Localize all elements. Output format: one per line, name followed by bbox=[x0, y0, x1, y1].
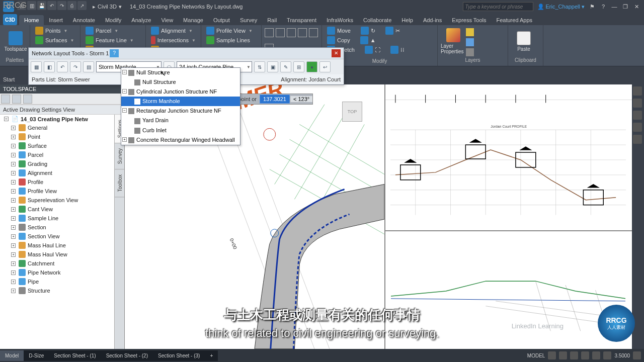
status-grid-icon[interactable] bbox=[548, 351, 556, 359]
tree-alignment[interactable]: +Alignment bbox=[0, 168, 124, 177]
nlt-surface-icon[interactable]: ◧ bbox=[44, 61, 55, 72]
float-help-icon[interactable]: ? bbox=[110, 49, 119, 57]
qat-open-icon[interactable]: ▥ bbox=[27, 1, 36, 10]
help-icon[interactable]: ? bbox=[600, 3, 607, 10]
status-anno-scale[interactable]: 3.5000 bbox=[614, 353, 630, 358]
cmd-rotate[interactable]: ↻ bbox=[359, 26, 377, 35]
tab-express[interactable]: Express Tools bbox=[447, 15, 491, 25]
tab-survey[interactable]: Survey bbox=[235, 15, 262, 25]
float-close-icon[interactable]: ✕ bbox=[332, 49, 341, 57]
toolspace-button[interactable]: Toolspace bbox=[3, 26, 28, 56]
cmd-surfaces[interactable]: Surfaces▼ bbox=[33, 36, 77, 45]
cmd-copy[interactable]: Copy bbox=[325, 36, 352, 45]
paste-button[interactable]: Paste bbox=[511, 26, 536, 56]
prompt-distance-value[interactable]: 137.3021 bbox=[260, 95, 290, 104]
cmd-feature-line[interactable]: Feature Line▼ bbox=[84, 36, 142, 45]
nlt-return-icon[interactable]: ↩ bbox=[319, 61, 331, 72]
tree-structure[interactable]: +Structure bbox=[0, 286, 124, 295]
tab-transparent[interactable]: Transparent bbox=[282, 15, 321, 25]
status-gear-icon[interactable] bbox=[633, 351, 641, 359]
tree-catchment[interactable]: +Catchment bbox=[0, 259, 124, 268]
navbar-icon-2[interactable] bbox=[633, 99, 642, 108]
nlt-partslist-icon[interactable]: ▤ bbox=[83, 61, 94, 72]
tree-superelev[interactable]: +Superelevation View bbox=[0, 196, 124, 205]
qat-share-icon[interactable]: ↗ bbox=[77, 1, 87, 10]
status-ortho-icon[interactable] bbox=[570, 351, 578, 359]
nlt-undo-icon[interactable]: ↶ bbox=[57, 61, 68, 72]
tree-root[interactable]: −📄 14_03 Creating Pipe Netw bbox=[0, 115, 124, 123]
tree-mass-haul-view[interactable]: +Mass Haul View bbox=[0, 250, 124, 259]
ts-btn2-icon[interactable] bbox=[12, 95, 21, 104]
tree-section[interactable]: +Section bbox=[0, 223, 124, 232]
tree-surface[interactable]: +Surface bbox=[0, 141, 124, 150]
layer-on-icon[interactable] bbox=[466, 28, 474, 36]
qat-print-icon[interactable]: ⎙ bbox=[67, 1, 76, 10]
draw-circle-icon[interactable] bbox=[287, 28, 296, 37]
cloud-icon[interactable]: ⚑ bbox=[589, 3, 596, 10]
tab-output[interactable]: Output bbox=[208, 15, 235, 25]
tab-modify[interactable]: Modify bbox=[100, 15, 126, 25]
close-icon[interactable]: ✕ bbox=[633, 3, 640, 10]
status-osnap-icon[interactable] bbox=[592, 351, 600, 359]
nlt-draw-mode-icon[interactable]: ⇅ bbox=[254, 61, 265, 72]
layout-add-icon[interactable]: + bbox=[205, 350, 218, 361]
qat-undo-icon[interactable]: ↶ bbox=[47, 1, 56, 10]
status-lwt-icon[interactable] bbox=[603, 351, 611, 359]
user-account[interactable]: 👤 Eric_Chappell ▾ bbox=[537, 4, 585, 10]
cmd-array[interactable]: ⁞⁞ bbox=[388, 45, 407, 54]
tab-analyze[interactable]: Analyze bbox=[126, 15, 156, 25]
nlt-redo-icon[interactable]: ↷ bbox=[70, 61, 81, 72]
tab-featured[interactable]: Featured Apps bbox=[491, 15, 537, 25]
layout-tab-dsize[interactable]: D-Size bbox=[24, 350, 49, 361]
vtab-toolbox[interactable]: Toolbox bbox=[115, 169, 124, 197]
profile-viewport[interactable]: Jordan Court PROFILE bbox=[384, 84, 632, 230]
dd-item-yard-drain[interactable]: Yard Drain bbox=[121, 116, 240, 125]
navbar-icon-1[interactable] bbox=[633, 86, 642, 96]
tab-manage[interactable]: Manage bbox=[178, 15, 208, 25]
nlt-toggle-icon[interactable]: ▣ bbox=[267, 61, 278, 72]
draw-arc-icon[interactable] bbox=[276, 28, 285, 37]
tab-rail[interactable]: Rail bbox=[262, 15, 282, 25]
tree-cant[interactable]: +Cant View bbox=[0, 205, 124, 214]
ts-btn1-icon[interactable] bbox=[1, 95, 10, 104]
tree-section-view[interactable]: +Section View bbox=[0, 232, 124, 241]
tab-home[interactable]: Home bbox=[19, 15, 44, 25]
layout-tab-model[interactable]: Model bbox=[0, 350, 24, 361]
layout-tab-ss2[interactable]: Section Sheet - (2) bbox=[101, 350, 153, 361]
cmd-parcel[interactable]: Parcel▼ bbox=[84, 26, 142, 35]
nlt-green-icon[interactable]: ● bbox=[306, 61, 317, 72]
dd-item-null-structure-group[interactable]: −Null Structure bbox=[121, 68, 240, 77]
navbar-zoom-icon[interactable] bbox=[633, 123, 642, 132]
help-search-input[interactable] bbox=[463, 2, 533, 11]
tab-view[interactable]: View bbox=[156, 15, 178, 25]
draw-line-icon[interactable] bbox=[265, 28, 274, 37]
tree-parcel[interactable]: +Parcel bbox=[0, 150, 124, 159]
minimize-icon[interactable]: — bbox=[611, 3, 618, 10]
dd-item-rectangular-group[interactable]: −Rectangular Junction Structure NF bbox=[121, 106, 240, 116]
app-menu-button[interactable]: C3D bbox=[3, 14, 17, 25]
tab-annotate[interactable]: Annotate bbox=[68, 15, 100, 25]
nlt-grid-icon[interactable]: ⊞ bbox=[293, 61, 304, 72]
dd-item-headwall-group[interactable]: +Concrete Rectangular Winged Headwall bbox=[121, 135, 240, 145]
navbar-orbit-icon[interactable] bbox=[633, 135, 642, 144]
tab-infraworks[interactable]: InfraWorks bbox=[321, 15, 358, 25]
tree-general[interactable]: +General bbox=[0, 123, 124, 132]
cmd-sample-lines[interactable]: Sample Lines bbox=[204, 36, 258, 45]
draw-poly-icon[interactable] bbox=[309, 28, 318, 37]
cmd-trim[interactable]: ✂ bbox=[383, 26, 402, 35]
layer-lock-icon[interactable] bbox=[466, 48, 474, 56]
qat-save-icon[interactable]: 💾 bbox=[37, 1, 46, 10]
status-snap-icon[interactable] bbox=[559, 351, 567, 359]
tab-collaborate[interactable]: Collaborate bbox=[358, 15, 396, 25]
tree-sample-line[interactable]: +Sample Line bbox=[0, 214, 124, 223]
start-tab[interactable]: Start bbox=[0, 66, 28, 84]
status-polar-icon[interactable] bbox=[581, 351, 589, 359]
layout-tab-ss1[interactable]: Section Sheet - (1) bbox=[49, 350, 101, 361]
cmd-scale[interactable]: ⛶ bbox=[363, 45, 382, 54]
cmd-points[interactable]: Points▼ bbox=[33, 26, 77, 35]
layout-tab-ss3[interactable]: Section Sheet - (3) bbox=[153, 350, 205, 361]
dd-item-null-structure[interactable]: Null Structure bbox=[121, 77, 240, 87]
draw-rect-icon[interactable] bbox=[298, 28, 307, 37]
cmd-mirror[interactable]: ▲ bbox=[358, 36, 378, 45]
tree-mass-haul-line[interactable]: +Mass Haul Line bbox=[0, 241, 124, 250]
